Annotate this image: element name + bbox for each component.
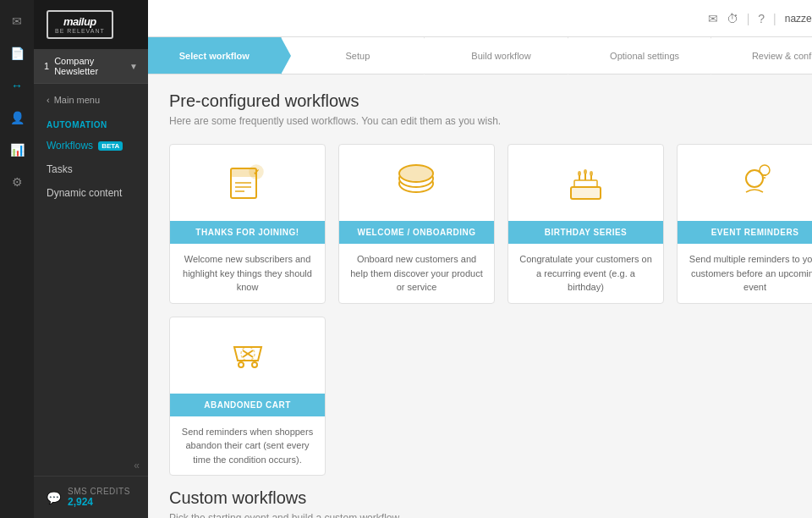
- card-icon-thanks: ✓: [170, 145, 325, 221]
- svg-rect-13: [574, 180, 597, 187]
- svg-text:✓: ✓: [253, 168, 260, 177]
- custom-workflows-subtitle: Pick the starting event and build a cust…: [169, 512, 812, 518]
- svg-point-10: [399, 165, 433, 182]
- nav-icon-users[interactable]: 👤: [4, 105, 30, 130]
- wizard-step-review[interactable]: Review & confirm: [711, 37, 812, 74]
- nav-icon-messages[interactable]: 📄: [4, 41, 30, 66]
- topbar-user[interactable]: nazzeng: [785, 13, 812, 25]
- abandoned-cart-button[interactable]: ABANDONED CART: [170, 394, 325, 416]
- abandoned-cart-desc: Send reminders when shoppers abandon the…: [170, 416, 325, 476]
- wizard-step-1-label: Select workflow: [179, 51, 250, 61]
- company-name: Company Newsletter: [54, 56, 129, 76]
- custom-workflows-title: Custom workflows: [169, 488, 812, 508]
- sms-credits-value: 2,924: [68, 496, 130, 508]
- logo-sub: BE RELEVANT: [55, 28, 105, 34]
- sidebar-tasks-label: Tasks: [47, 163, 73, 175]
- card-abandoned-cart[interactable]: ABANDONED CART Send reminders when shopp…: [169, 317, 326, 477]
- thanks-joining-button[interactable]: THANKS FOR JOINING!: [170, 221, 325, 244]
- card-icon-welcome: [339, 145, 494, 221]
- card-icon-birthday: [508, 145, 663, 221]
- wizard-arrow-4: [710, 37, 721, 74]
- card-event-reminders[interactable]: EVENT REMINDERS Send multiple reminders …: [677, 144, 812, 304]
- sidebar-panel: mailup BE RELEVANT 1 Company Newsletter …: [34, 0, 148, 518]
- card-birthday-series[interactable]: BIRTHDAY SERIES Congratulate your custom…: [508, 144, 664, 304]
- workflows-badge: BETA: [98, 141, 123, 151]
- wizard-step-3-label: Build workflow: [471, 51, 530, 61]
- card-icon-event: [678, 145, 812, 221]
- logo-text: mailup: [63, 15, 96, 28]
- pre-configured-cards-row1: ✓ THANKS FOR JOINING! Welcome new subscr…: [169, 144, 812, 304]
- sidebar-item-workflows[interactable]: Workflows BETA: [34, 134, 148, 157]
- wizard-step-2-label: Setup: [346, 51, 370, 61]
- content-area: Pre-configured workflows Here are some f…: [148, 74, 812, 518]
- event-reminders-icon: [732, 160, 778, 207]
- card-icon-cart: [170, 317, 325, 394]
- svg-point-18: [584, 169, 587, 174]
- back-arrow-icon: ‹: [47, 95, 50, 105]
- birthday-series-button[interactable]: BIRTHDAY SERIES: [508, 221, 663, 244]
- topbar-divider2: |: [773, 12, 776, 25]
- nav-icon-settings[interactable]: ⚙: [4, 169, 30, 195]
- nav-icon-stats[interactable]: 📊: [4, 137, 30, 163]
- wizard-step-setup[interactable]: Setup: [282, 37, 425, 74]
- nav-icon-email[interactable]: ✉: [4, 8, 30, 34]
- svg-point-19: [590, 171, 593, 176]
- sidebar-section-automation: AUTOMATION: [34, 112, 148, 134]
- sms-credits-area[interactable]: 💬 SMS CREDITS 2,924: [34, 476, 148, 518]
- company-num: 1: [44, 61, 49, 71]
- card-welcome-onboarding[interactable]: WELCOME / ONBOARDING Onboard new custome…: [338, 144, 495, 304]
- logo-area: mailup BE RELEVANT: [34, 0, 148, 49]
- wizard-step-4-label: Optional settings: [610, 51, 679, 61]
- sms-credits-label: SMS CREDITS: [68, 487, 130, 496]
- sidebar-item-tasks[interactable]: Tasks: [34, 157, 148, 181]
- wizard-arrow-1: [281, 37, 291, 74]
- back-menu-label: Main menu: [54, 95, 100, 105]
- company-chevron-icon: ▼: [129, 62, 138, 71]
- sms-icon: 💬: [47, 491, 61, 504]
- welcome-onboarding-icon: [393, 160, 440, 207]
- event-reminders-button[interactable]: EVENT REMINDERS: [678, 221, 812, 244]
- wizard-step-build[interactable]: Build workflow: [425, 37, 568, 74]
- abandoned-cart-icon: [224, 332, 271, 378]
- wizard-step-select-workflow[interactable]: Select workflow: [148, 37, 282, 74]
- sidebar-item-dynamic-content[interactable]: Dynamic content: [34, 181, 148, 205]
- nav-icon-automation[interactable]: ↔: [4, 73, 30, 98]
- topbar-divider: |: [747, 12, 750, 25]
- pre-configured-subtitle: Here are some frequently used workflows.…: [169, 115, 812, 127]
- sidebar-dynamic-content-label: Dynamic content: [47, 187, 122, 199]
- sidebar-workflows-label: Workflows: [47, 140, 93, 152]
- svg-point-25: [252, 362, 257, 367]
- pre-configured-title: Pre-configured workflows: [169, 91, 812, 111]
- welcome-onboarding-desc: Onboard new customers and help them disc…: [339, 244, 494, 303]
- wizard-bar: Select workflow Setup Build workflow Opt…: [148, 37, 812, 74]
- thanks-joining-icon: ✓: [224, 160, 271, 207]
- svg-point-24: [239, 362, 244, 367]
- topbar-help-icon[interactable]: ?: [758, 12, 765, 25]
- event-reminders-desc: Send multiple reminders to your customer…: [678, 244, 812, 303]
- topbar-clock-icon[interactable]: ⏱: [727, 12, 738, 25]
- thanks-joining-desc: Welcome new subscribers and highlight ke…: [170, 244, 325, 303]
- topbar: ✉ ⏱ | ? | nazzeng ▼: [148, 0, 812, 37]
- pre-configured-cards-row2: ABANDONED CART Send reminders when shopp…: [169, 317, 812, 477]
- sidebar-menu: ‹ Main menu AUTOMATION Workflows BETA Ta…: [34, 84, 148, 209]
- back-to-main-menu[interactable]: ‹ Main menu: [34, 88, 148, 112]
- svg-point-21: [760, 165, 770, 175]
- collapse-sidebar-button[interactable]: «: [34, 455, 148, 476]
- topbar-email-icon[interactable]: ✉: [708, 12, 718, 25]
- birthday-series-icon: [562, 160, 609, 207]
- welcome-onboarding-button[interactable]: WELCOME / ONBOARDING: [339, 221, 494, 244]
- card-thanks-joining[interactable]: ✓ THANKS FOR JOINING! Welcome new subscr…: [169, 144, 326, 304]
- wizard-step-optional[interactable]: Optional settings: [568, 37, 712, 74]
- wizard-arrow-2: [424, 37, 434, 74]
- wizard-arrow-3: [568, 37, 578, 74]
- icon-nav: ✉ 📄 ↔ 👤 📊 ⚙: [0, 0, 34, 518]
- company-selector[interactable]: 1 Company Newsletter ▼: [34, 49, 148, 84]
- right-panel: ✉ ⏱ | ? | nazzeng ▼ Select workflow Setu…: [148, 0, 812, 518]
- birthday-series-desc: Congratulate your customers on a recurri…: [508, 244, 663, 303]
- logo: mailup BE RELEVANT: [47, 10, 113, 39]
- wizard-step-5-label: Review & confirm: [752, 51, 812, 61]
- svg-point-17: [578, 171, 581, 176]
- svg-rect-12: [571, 187, 601, 199]
